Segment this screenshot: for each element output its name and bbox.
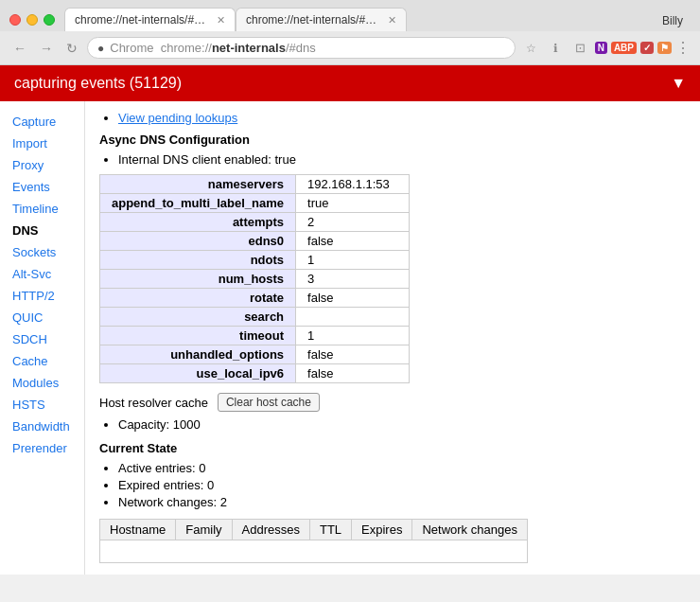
bottom-table-header-cell: Expires [352, 520, 412, 540]
dns-table-value [296, 308, 410, 327]
sidebar-item-hsts[interactable]: HSTS [5, 394, 79, 416]
bottom-table-header-cell: Addresses [232, 520, 309, 540]
dns-table-key: rotate [100, 289, 296, 308]
reload-button[interactable]: ↻ [62, 39, 81, 58]
title-bar: chrome://net-internals/#dns ✕ chrome://n… [0, 0, 700, 31]
clear-host-cache-button[interactable]: Clear host cache [218, 393, 320, 412]
sidebar-item-proxy[interactable]: Proxy [5, 154, 79, 176]
sidebar: Capture Import Proxy Events Timeline DNS… [0, 101, 85, 575]
forward-button[interactable]: → [36, 39, 57, 58]
state-item: Network changes: 2 [118, 495, 686, 509]
sidebar-item-import[interactable]: Import [5, 133, 79, 154]
bottom-table-header-cell: TTL [309, 520, 351, 540]
user-label: Billy [655, 10, 691, 31]
capacity-label: Capacity: 1000 [118, 417, 201, 432]
dns-table-value: 2 [296, 213, 410, 232]
sidebar-item-modules[interactable]: Modules [5, 372, 79, 394]
dns-table-key: search [100, 308, 296, 327]
sidebar-item-capture[interactable]: Capture [5, 111, 79, 133]
menu-icon[interactable]: ⋮ [675, 39, 691, 57]
sidebar-item-cache[interactable]: Cache [5, 350, 79, 372]
banner-arrow-icon[interactable]: ▼ [671, 75, 686, 92]
main-layout: Capture Import Proxy Events Timeline DNS… [0, 101, 700, 575]
tab-dns[interactable]: chrome://net-internals/#dns ✕ [64, 8, 236, 31]
address-bar: ← → ↻ ● Chrome chrome://net-internals/#d… [0, 31, 700, 64]
sidebar-item-dns: DNS [5, 220, 79, 241]
sidebar-item-sdch[interactable]: SDCH [5, 328, 79, 350]
tab-dns-title: chrome://net-internals/#dns [75, 13, 207, 27]
bottom-table-header-cell: Network changes [412, 520, 527, 540]
dns-table-key: nameservers [100, 175, 296, 194]
capture-banner-text: capturing events (51129) [14, 75, 182, 92]
dns-table-value: false [296, 289, 410, 308]
current-state-title: Current State [99, 441, 686, 455]
dns-table-value: true [296, 194, 410, 213]
host-resolver-label: Host resolver cache [99, 396, 208, 410]
toolbar-icons: ☆ ℹ ⊡ N ABP ✓ ⚑ ⋮ [521, 38, 691, 59]
dns-table-key: use_local_ipv6 [100, 364, 296, 383]
dns-table-key: append_to_multi_label_name [100, 194, 296, 213]
bookmark-icon[interactable]: ☆ [521, 38, 542, 59]
bottom-table: HostnameFamilyAddressesTTLExpiresNetwork… [99, 519, 528, 563]
tab-sockets-close[interactable]: ✕ [388, 14, 396, 27]
sidebar-item-timeline[interactable]: Timeline [5, 198, 79, 220]
view-pending-lookups-link[interactable]: View pending lookups [118, 111, 237, 125]
host-resolver-row: Host resolver cache Clear host cache [99, 393, 686, 412]
security-icon: ● [97, 42, 104, 55]
dns-table-key: ndots [100, 251, 296, 270]
tabs-row: chrome://net-internals/#dns ✕ chrome://n… [64, 8, 691, 31]
address-text: Chrome chrome://net-internals/#dns [110, 41, 504, 55]
dns-table-value: false [296, 364, 410, 383]
sidebar-item-http2[interactable]: HTTP/2 [5, 285, 79, 307]
internal-dns-enabled-text: Internal DNS client enabled: true [118, 152, 296, 167]
tab-sockets[interactable]: chrome://net-internals/#socke... ✕ [236, 8, 407, 31]
address-input[interactable]: ● Chrome chrome://net-internals/#dns [87, 37, 516, 59]
cast-icon[interactable]: ⊡ [570, 38, 591, 59]
capture-banner: capturing events (51129) ▼ [0, 65, 700, 101]
dns-table-value: false [296, 345, 410, 364]
abp-ext-icon[interactable]: ABP [611, 42, 637, 54]
close-button[interactable] [9, 14, 21, 26]
dns-table-key: unhandled_options [100, 345, 296, 364]
dns-table-value: 192.168.1.1:53 [296, 175, 410, 194]
dns-table-value: 1 [296, 327, 410, 345]
state-item: Expired entries: 0 [118, 478, 686, 492]
bottom-table-header-cell: Hostname [100, 520, 176, 540]
bottom-table-header-cell: Family [176, 520, 232, 540]
sidebar-item-sockets[interactable]: Sockets [5, 241, 79, 263]
info-icon[interactable]: ℹ [546, 38, 567, 59]
state-item: Active entries: 0 [118, 461, 686, 475]
dns-table-value: 3 [296, 270, 410, 289]
dns-table-value: false [296, 232, 410, 251]
tab-sockets-title: chrome://net-internals/#socke... [246, 13, 378, 27]
dns-table-key: timeout [100, 327, 296, 345]
dns-table-value: 1 [296, 251, 410, 270]
dns-table-key: edns0 [100, 232, 296, 251]
sidebar-item-quic[interactable]: QUIC [5, 307, 79, 328]
traffic-lights [9, 14, 55, 26]
async-dns-title: Async DNS Configuration [99, 133, 686, 147]
minimize-button[interactable] [26, 14, 38, 26]
browser-chrome: chrome://net-internals/#dns ✕ chrome://n… [0, 0, 700, 65]
sidebar-item-prerender[interactable]: Prerender [5, 437, 79, 459]
sidebar-item-alt-svc[interactable]: Alt-Svc [5, 263, 79, 285]
back-button[interactable]: ← [9, 39, 30, 58]
tab-dns-close[interactable]: ✕ [217, 14, 225, 27]
maximize-button[interactable] [44, 14, 55, 26]
content-area: View pending lookups Async DNS Configura… [85, 101, 700, 575]
sidebar-item-bandwidth[interactable]: Bandwidth [5, 416, 79, 437]
current-state-list: Active entries: 0Expired entries: 0Netwo… [118, 461, 686, 509]
dns-table-key: num_hosts [100, 270, 296, 289]
onenote-ext-icon[interactable]: N [595, 42, 607, 54]
ext2-icon[interactable]: ⚑ [657, 42, 672, 54]
ext1-icon[interactable]: ✓ [640, 42, 654, 54]
dns-config-table: nameservers192.168.1.1:53append_to_multi… [99, 174, 410, 383]
sidebar-item-events[interactable]: Events [5, 176, 79, 198]
dns-table-key: attempts [100, 213, 296, 232]
